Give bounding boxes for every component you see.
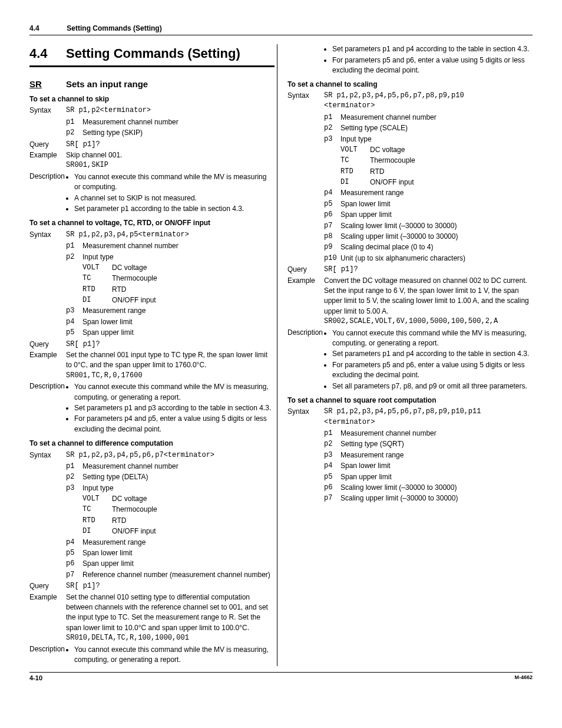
content-columns: 4.4 Setting Commands (Setting) SR Sets a… [29, 44, 533, 666]
syntax: SR p1,p2<terminator> [66, 106, 275, 116]
subhead-scale: To set a channel to scaling [287, 80, 533, 90]
subhead-volt: To set a channel to voltage, TC, RTD, or… [29, 218, 275, 228]
header-section-num: 4.4 [29, 24, 65, 34]
subhead-sqrt: To set a channel to square root computat… [287, 396, 533, 406]
page-footer: 4-10 M-4662 [29, 672, 533, 683]
subhead-delta: To set a channel to difference computati… [29, 439, 275, 449]
page-number: 4-10 [29, 674, 42, 683]
doc-number: M-4662 [514, 674, 533, 683]
section-title: 4.4 Setting Commands (Setting) [29, 44, 275, 63]
command-title: SR Sets an input range [29, 78, 275, 91]
header-section-title: Setting Commands (Setting) [67, 24, 161, 32]
subhead-skip: To set a channel to skip [29, 94, 275, 104]
running-header: 4.4 Setting Commands (Setting) [29, 24, 533, 35]
title-rule [29, 65, 275, 67]
